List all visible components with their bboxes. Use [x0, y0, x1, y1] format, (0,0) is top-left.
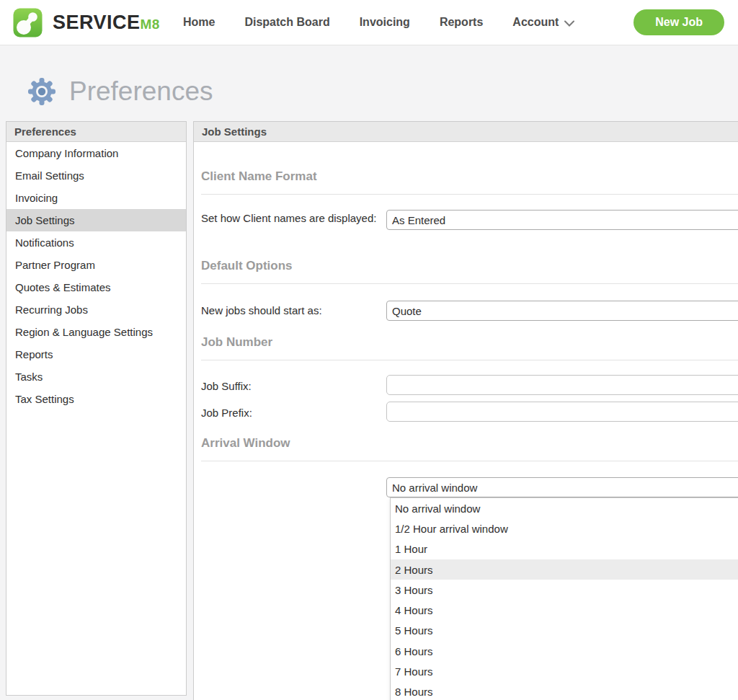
sidebar-item-reports[interactable]: Reports [6, 343, 186, 365]
preferences-sidebar: Preferences Company Information Email Se… [6, 121, 187, 696]
dropdown-option-no-arrival-window[interactable]: No arrival window [391, 498, 738, 518]
section-divider [201, 461, 738, 461]
nav-item-account[interactable]: Account [512, 16, 574, 29]
new-jobs-start-as-select[interactable]: Quote [386, 301, 738, 321]
section-title-default-options: Default Options [201, 259, 293, 273]
section-divider [201, 360, 738, 360]
top-navigation-bar: serviceM8 Home Dispatch Board Invoicing … [0, 0, 738, 45]
dropdown-option-half-hour[interactable]: 1/2 Hour arrival window [391, 518, 738, 539]
page-title-row: Preferences [27, 76, 213, 107]
nav-item-invoicing[interactable]: Invoicing [360, 16, 410, 29]
sidebar-item-company-information[interactable]: Company Information [6, 142, 186, 164]
dropdown-option-5-hours[interactable]: 5 Hours [391, 621, 738, 641]
section-title-client-name-format: Client Name Format [201, 169, 317, 184]
client-name-format-label: Set how Client names are displayed: [201, 211, 378, 226]
dropdown-option-3-hours[interactable]: 3 Hours [391, 580, 738, 600]
job-prefix-input[interactable] [386, 402, 738, 422]
sidebar-item-partner-program[interactable]: Partner Program [6, 254, 186, 276]
dropdown-option-8-hours[interactable]: 8 Hours [391, 682, 738, 700]
sidebar-item-region-language-settings[interactable]: Region & Language Settings [6, 321, 186, 343]
new-job-button[interactable]: New Job [633, 9, 724, 35]
sidebar-item-notifications[interactable]: Notifications [6, 231, 186, 254]
job-suffix-label: Job Suffix: [201, 379, 378, 394]
brand-word-service: service [53, 12, 141, 33]
job-prefix-label: Job Prefix: [201, 406, 378, 420]
dropdown-option-6-hours[interactable]: 6 Hours [391, 641, 738, 661]
brand-word-m8: M8 [141, 17, 160, 32]
sidebar-item-tax-settings[interactable]: Tax Settings [6, 388, 186, 410]
main-panel-header: Job Settings [194, 122, 738, 142]
nav-item-home[interactable]: Home [183, 16, 215, 29]
servicem8-logo-icon [13, 8, 43, 37]
gear-icon [27, 77, 56, 106]
section-divider [201, 283, 738, 284]
section-divider [201, 194, 738, 195]
nav-item-reports[interactable]: Reports [440, 16, 483, 29]
servicem8-logo[interactable]: serviceM8 [13, 8, 160, 37]
nav-links: Home Dispatch Board Invoicing Reports Ac… [183, 16, 574, 29]
nav-item-account-label: Account [512, 16, 559, 29]
dropdown-option-2-hours[interactable]: 2 Hours [391, 559, 738, 580]
job-settings-panel: Job Settings Client Name Format Set how … [193, 121, 738, 700]
sidebar-item-tasks[interactable]: Tasks [6, 365, 186, 388]
job-settings-content: Client Name Format Set how Client names … [194, 142, 738, 700]
sidebar-item-invoicing[interactable]: Invoicing [6, 187, 186, 209]
dropdown-option-7-hours[interactable]: 7 Hours [391, 661, 738, 681]
page-title: Preferences [69, 76, 213, 107]
sidebar-item-email-settings[interactable]: Email Settings [6, 164, 186, 187]
arrival-window-select[interactable]: No arrival window [386, 477, 738, 497]
sidebar-item-recurring-jobs[interactable]: Recurring Jobs [6, 298, 186, 321]
chevron-down-icon [564, 20, 574, 27]
dropdown-option-4-hours[interactable]: 4 Hours [391, 600, 738, 620]
sidebar-item-quotes-estimates[interactable]: Quotes & Estimates [6, 276, 186, 298]
client-name-format-select[interactable]: As Entered [386, 210, 738, 230]
job-suffix-input[interactable] [386, 375, 738, 395]
servicem8-wordmark: serviceM8 [53, 12, 160, 34]
nav-item-dispatch-board[interactable]: Dispatch Board [244, 16, 329, 29]
sidebar-item-job-settings[interactable]: Job Settings [6, 209, 186, 231]
arrival-window-dropdown-list: No arrival window 1/2 Hour arrival windo… [390, 497, 738, 700]
new-jobs-start-as-label: New jobs should start as: [201, 304, 378, 318]
sidebar-header: Preferences [6, 122, 186, 142]
section-title-arrival-window: Arrival Window [201, 436, 290, 451]
section-title-job-number: Job Number [201, 335, 272, 350]
dropdown-option-1-hour[interactable]: 1 Hour [391, 539, 738, 559]
